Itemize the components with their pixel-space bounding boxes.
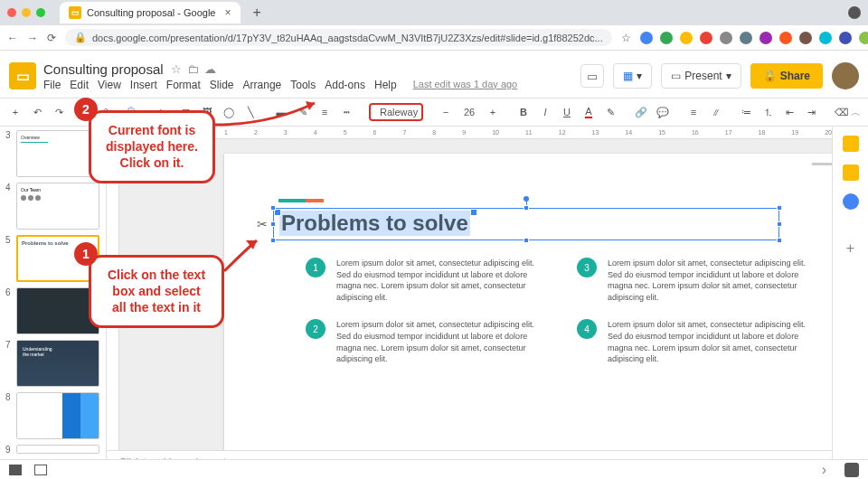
- move-icon[interactable]: 🗀: [187, 62, 199, 76]
- redo-button[interactable]: ↷: [51, 102, 67, 122]
- slide-thumb[interactable]: [16, 392, 99, 439]
- grid-view-icon[interactable]: [34, 465, 47, 475]
- list-button[interactable]: ≔: [738, 102, 754, 122]
- maximize-window-icon[interactable]: [36, 8, 45, 17]
- back-icon[interactable]: ←: [7, 32, 18, 44]
- cloud-status-icon[interactable]: ☁: [204, 62, 216, 76]
- window-controls[interactable]: [7, 8, 45, 17]
- slide-thumb[interactable]: [16, 445, 99, 454]
- slide-menu-icon[interactable]: [812, 163, 832, 165]
- menu-edit[interactable]: Edit: [70, 79, 89, 91]
- menu-arrange[interactable]: Arrange: [243, 79, 282, 91]
- decrease-indent-button[interactable]: ⇤: [781, 102, 797, 122]
- ext-icon[interactable]: [839, 32, 852, 44]
- ext-icon[interactable]: [859, 32, 868, 44]
- menu-addons[interactable]: Add-ons: [325, 79, 365, 91]
- forward-icon[interactable]: →: [27, 32, 38, 44]
- minimize-window-icon[interactable]: [22, 8, 31, 17]
- present-button[interactable]: ▭ Present ▾: [661, 63, 741, 89]
- ext-icon[interactable]: [720, 32, 732, 44]
- resize-handle[interactable]: [777, 205, 782, 211]
- share-button[interactable]: 🔒 Share: [750, 63, 823, 89]
- increase-indent-button[interactable]: ⇥: [803, 102, 819, 122]
- ext-icon[interactable]: [680, 32, 693, 44]
- menu-help[interactable]: Help: [374, 79, 397, 91]
- slide-thumb[interactable]: Overview: [16, 130, 99, 177]
- close-tab-icon[interactable]: ×: [224, 6, 231, 19]
- ext-icon[interactable]: [640, 32, 653, 44]
- resize-handle[interactable]: [524, 205, 529, 211]
- reload-icon[interactable]: ⟳: [47, 32, 56, 44]
- clear-format-button[interactable]: ⌫: [834, 102, 850, 122]
- menu-insert[interactable]: Insert: [130, 79, 157, 91]
- bold-button[interactable]: B: [515, 102, 532, 122]
- resize-handle[interactable]: [777, 238, 782, 243]
- url-input[interactable]: 🔒 docs.google.com/presentation/d/17pY3V_…: [65, 29, 612, 46]
- ext-icon[interactable]: [799, 32, 812, 44]
- undo-button[interactable]: ↶: [29, 102, 45, 122]
- menu-file[interactable]: File: [43, 79, 61, 91]
- slide-thumb[interactable]: [16, 287, 99, 334]
- share-url-icon[interactable]: ☆: [621, 32, 631, 44]
- slide-title-text[interactable]: Problems to solve: [279, 211, 470, 236]
- border-dash-button[interactable]: ┅: [338, 102, 354, 122]
- explore-button[interactable]: [844, 463, 859, 477]
- ext-icon[interactable]: [700, 32, 712, 44]
- resize-handle[interactable]: [270, 205, 276, 211]
- filmstrip-view-icon[interactable]: [9, 465, 22, 475]
- ext-icon[interactable]: [760, 32, 772, 44]
- slides-logo-icon[interactable]: ▭: [9, 62, 36, 89]
- menu-format[interactable]: Format: [166, 79, 201, 91]
- menu-view[interactable]: View: [98, 79, 121, 91]
- new-tab-button[interactable]: +: [253, 5, 261, 21]
- chevron-right-icon[interactable]: ›: [822, 462, 826, 478]
- user-avatar[interactable]: [832, 62, 859, 89]
- comment-button[interactable]: 💬: [655, 102, 671, 122]
- tasks-icon[interactable]: [843, 193, 859, 210]
- crop-icon[interactable]: ✂: [257, 217, 268, 231]
- numbered-list-button[interactable]: ⒈: [760, 102, 776, 122]
- calendar-icon[interactable]: [843, 136, 859, 152]
- profile-dot-icon[interactable]: [848, 6, 861, 19]
- resize-handle[interactable]: [524, 238, 529, 243]
- line-spacing-button[interactable]: ⫽: [707, 102, 723, 122]
- menu-tools[interactable]: Tools: [290, 79, 316, 91]
- star-icon[interactable]: ☆: [171, 62, 182, 76]
- title-textbox-selected[interactable]: Problems to solve: [273, 208, 779, 240]
- resize-handle[interactable]: [270, 238, 276, 243]
- rotate-handle[interactable]: [524, 196, 529, 202]
- ext-icon[interactable]: [819, 32, 832, 44]
- slide-canvas[interactable]: ✂ Problems to solve 1Lorem ipsum dolor s…: [224, 154, 832, 470]
- increase-font-button[interactable]: +: [485, 102, 501, 122]
- format-options-button[interactable]: Format options: [864, 101, 868, 123]
- align-button[interactable]: ≡: [685, 102, 702, 122]
- browser-tab[interactable]: ▭ Consulting proposal - Google ×: [60, 2, 241, 23]
- resize-handle[interactable]: [270, 221, 276, 227]
- slide-thumb[interactable]: Our Team: [16, 183, 99, 230]
- problem-item[interactable]: 4Lorem ipsum dolor sit amet, consectetur…: [577, 319, 812, 364]
- font-size-input[interactable]: 26: [459, 107, 479, 117]
- slide-thumb[interactable]: Understandingthe market: [16, 340, 99, 387]
- new-slide-button[interactable]: +: [7, 102, 24, 122]
- problem-item[interactable]: 3Lorem ipsum dolor sit amet, consectetur…: [577, 258, 812, 303]
- highlight-button[interactable]: ✎: [602, 102, 618, 122]
- doc-title[interactable]: Consulting proposal: [43, 61, 164, 77]
- decrease-font-button[interactable]: −: [438, 102, 454, 122]
- link-button[interactable]: 🔗: [633, 102, 649, 122]
- problem-item[interactable]: 1Lorem ipsum dolor sit amet, consectetur…: [306, 258, 541, 303]
- ext-icon[interactable]: [660, 32, 673, 44]
- collapse-toolbar-icon[interactable]: ︿: [851, 106, 861, 119]
- italic-button[interactable]: I: [537, 102, 553, 122]
- font-selector[interactable]: Raleway: [369, 103, 423, 121]
- ext-icon[interactable]: [779, 32, 792, 44]
- underline-button[interactable]: U: [559, 102, 575, 122]
- ext-icon[interactable]: [740, 32, 752, 44]
- keep-icon[interactable]: [843, 164, 859, 181]
- slideshow-dropdown[interactable]: ▦ ▾: [613, 63, 652, 89]
- add-on-icon[interactable]: +: [846, 240, 854, 257]
- menu-slide[interactable]: Slide: [210, 79, 234, 91]
- text-color-button[interactable]: A: [580, 102, 597, 122]
- last-edit-link[interactable]: Last edit was 1 day ago: [413, 79, 518, 91]
- comments-button[interactable]: ▭: [580, 64, 604, 88]
- resize-handle[interactable]: [777, 221, 782, 227]
